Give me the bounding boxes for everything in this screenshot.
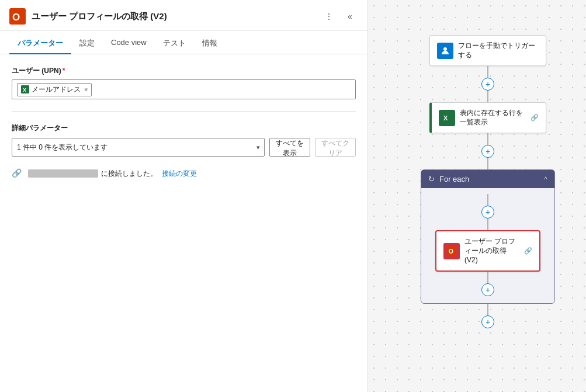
connector-final: + [481, 304, 494, 328]
flow-line-final-1 [487, 304, 488, 315]
connection-icon: 🔗 [12, 168, 22, 179]
add-step-button-1[interactable]: + [481, 78, 494, 91]
foreach-header[interactable]: ↻ For each ^ [421, 170, 554, 188]
svg-text:X: X [23, 87, 26, 93]
more-options-button[interactable]: ⋮ [321, 8, 337, 25]
panel-title: ユーザー プロフィールの取得 (V2) [32, 11, 315, 22]
required-star: * [63, 67, 65, 75]
add-step-button-final[interactable]: + [481, 315, 494, 328]
collapse-button[interactable]: « [342, 8, 358, 25]
excel-tag-icon: X [21, 85, 29, 93]
upn-input[interactable]: X メールアドレス × [12, 79, 356, 99]
foreach-title: For each [439, 175, 469, 183]
inner-connector-2: + [481, 272, 494, 296]
inner-connector-1: + [481, 194, 494, 230]
flow-line-1 [487, 66, 488, 78]
connector-1: + [481, 66, 494, 102]
flow-line-3 [487, 133, 488, 145]
inner-flow-line-3 [487, 272, 488, 283]
tag-remove-button[interactable]: × [84, 86, 88, 93]
excel-node-link-icon: 🔗 [530, 114, 539, 122]
change-connection-link[interactable]: 接続の変更 [162, 169, 197, 179]
inner-node-link-icon: 🔗 [524, 247, 532, 255]
inner-node-icon: O [443, 243, 460, 259]
panel-content: ユーザー (UPN)* X メールアドレス × 詳細パラメーター 1 件中 0 … [0, 54, 367, 392]
inner-add-step-button-1[interactable]: + [481, 206, 494, 218]
email-tag[interactable]: X メールアドレス × [17, 83, 92, 96]
tab-params[interactable]: パラメーター [9, 33, 71, 54]
clear-all-button: すべてク リア [315, 138, 356, 157]
foreach-collapse-button[interactable]: ^ [544, 175, 547, 183]
trigger-node[interactable]: フローを手動でトリガーする [429, 35, 546, 66]
connection-text: に接続しました。 [27, 169, 157, 179]
svg-point-3 [443, 47, 447, 51]
tab-bar: パラメーター 設定 Code view テスト 情報 [0, 33, 367, 54]
svg-text:X: X [443, 115, 448, 122]
header-actions: ⋮ « [321, 8, 358, 25]
left-panel: O ユーザー プロフィールの取得 (V2) ⋮ « パラメーター 設定 Code… [0, 0, 368, 392]
add-step-button-2[interactable]: + [481, 145, 494, 158]
office-logo-icon: O [9, 8, 26, 25]
show-all-button[interactable]: すべてを 表示 [269, 138, 310, 157]
svg-text:O: O [449, 248, 453, 255]
panel-header: O ユーザー プロフィールの取得 (V2) ⋮ « [0, 0, 367, 31]
connection-row: 🔗 に接続しました。 接続の変更 [12, 168, 356, 179]
tab-settings[interactable]: 設定 [71, 33, 103, 54]
inner-node[interactable]: O ユーザー プロフィールの取得 (V2) 🔗 [435, 230, 540, 272]
flow-canvas: フローを手動でトリガーする + X 表内に存在する行を一覧表示 🔗 + [368, 0, 586, 392]
tag-value: メールアドレス [32, 85, 81, 95]
inner-add-step-button-2[interactable]: + [481, 283, 494, 296]
foreach-container: ↻ For each ^ + O [421, 169, 555, 304]
excel-node-icon: X [439, 110, 455, 126]
advanced-row: 1 件中 0 件を表示しています すべてを 表示 すべてク リア [12, 138, 356, 157]
flow-line-4 [487, 158, 488, 169]
inner-node-label: ユーザー プロフィールの取得 (V2) [464, 237, 519, 265]
tab-codeview[interactable]: Code view [103, 33, 155, 54]
foreach-icon: ↻ [428, 175, 435, 183]
foreach-header-left: ↻ For each [428, 175, 469, 183]
trigger-node-label: フローを手動でトリガーする [458, 41, 539, 60]
tab-info[interactable]: 情報 [194, 33, 226, 54]
advanced-dropdown[interactable]: 1 件中 0 件を表示しています [12, 138, 265, 157]
svg-text:O: O [12, 12, 20, 23]
upn-label: ユーザー (UPN)* [12, 66, 356, 76]
excel-node[interactable]: X 表内に存在する行を一覧表示 🔗 [429, 102, 546, 133]
excel-node-label: 表内に存在する行を一覧表示 [460, 109, 526, 127]
connection-account-placeholder [28, 169, 98, 178]
advanced-label: 詳細パラメーター [12, 123, 356, 133]
foreach-body: + O ユーザー プロフィールの取得 (V2) 🔗 [421, 188, 554, 296]
tab-test[interactable]: テスト [155, 33, 194, 54]
flow-container: フローを手動でトリガーする + X 表内に存在する行を一覧表示 🔗 + [421, 35, 555, 328]
trigger-node-icon [437, 43, 453, 59]
divider-1 [12, 111, 356, 112]
connector-2: + [481, 133, 494, 169]
flow-line-2 [487, 91, 488, 102]
advanced-dropdown-wrapper: 1 件中 0 件を表示しています [12, 138, 265, 157]
inner-flow-line-1 [487, 194, 488, 206]
inner-flow-line-2 [487, 218, 488, 230]
